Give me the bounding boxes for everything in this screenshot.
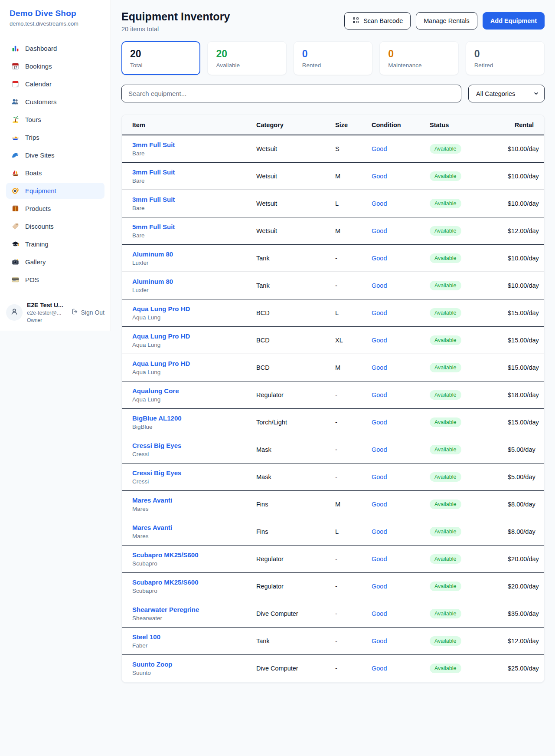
- item-name-link[interactable]: Aluminum 80: [132, 278, 248, 285]
- item-brand: Aqua Lung: [132, 314, 248, 321]
- sidebar-item-trips[interactable]: Trips: [6, 129, 104, 145]
- item-name-link[interactable]: Scubapro MK25/S600: [132, 551, 248, 559]
- sidebar-item-label: Calendar: [25, 80, 52, 88]
- item-condition: Good: [367, 190, 425, 217]
- item-category: Fins: [252, 518, 331, 546]
- item-name-link[interactable]: Cressi Big Eyes: [132, 469, 248, 477]
- sidebar-item-dashboard[interactable]: Dashboard: [6, 40, 104, 56]
- status-badge: Available: [430, 308, 461, 318]
- item-name-link[interactable]: Mares Avanti: [132, 524, 248, 531]
- search-input[interactable]: [121, 85, 461, 102]
- item-size: -: [331, 409, 367, 436]
- barcode-icon: [352, 16, 359, 25]
- stat-card-available[interactable]: 20 Available: [207, 41, 286, 75]
- item-condition: Good: [367, 546, 425, 573]
- item-name-link[interactable]: Steel 100: [132, 633, 248, 641]
- table-row-3mm-full-suit: 3mm Full Suit Bare Wetsuit M Good Availa…: [122, 163, 544, 190]
- item-rental-rate: $12.00/day: [503, 628, 544, 655]
- status-badge: Available: [430, 226, 461, 236]
- item-brand: Cressi: [132, 478, 248, 485]
- column-header-status: Status: [425, 115, 503, 135]
- sidebar-item-label: Dashboard: [25, 45, 57, 52]
- header-actions: Scan Barcode Manage Rentals Add Equipmen…: [344, 10, 545, 30]
- user-name: E2E Test U...: [27, 301, 63, 309]
- calendar-icon: [11, 80, 20, 88]
- user-meta: E2E Test U... e2e-tester@... Owner: [27, 301, 63, 324]
- item-size: -: [331, 546, 367, 573]
- stat-label: Available: [216, 62, 278, 69]
- user-email: e2e-tester@...: [27, 309, 63, 317]
- item-name-link[interactable]: Mares Avanti: [132, 496, 248, 504]
- item-name-link[interactable]: 5mm Full Suit: [132, 223, 248, 230]
- table-row-steel-100: Steel 100 Faber Tank - Good Available $1…: [122, 628, 544, 655]
- table-row-bigblue-al1200: BigBlue AL1200 BigBlue Torch/Light - Goo…: [122, 409, 544, 436]
- item-size: -: [331, 381, 367, 409]
- sidebar-item-gallery[interactable]: Gallery: [6, 254, 104, 270]
- app-root: Demo Dive Shop demo.test.divestreams.com…: [0, 0, 555, 756]
- item-name-link[interactable]: Shearwater Peregrine: [132, 606, 248, 613]
- stat-value: 20: [216, 48, 278, 59]
- item-condition: Good: [367, 299, 425, 327]
- add-equipment-button[interactable]: Add Equipment: [483, 12, 545, 30]
- status-badge: Available: [430, 636, 461, 646]
- sidebar-item-training[interactable]: Training: [6, 236, 104, 252]
- item-name-link[interactable]: Scubapro MK25/S600: [132, 579, 248, 586]
- item-name-link[interactable]: Aqualung Core: [132, 387, 248, 394]
- sidebar-item-products[interactable]: Products: [6, 201, 104, 217]
- table-row-suunto-zoop: Suunto Zoop Suunto Dive Computer - Good …: [122, 655, 544, 682]
- column-header-size: Size: [331, 115, 367, 135]
- item-size: M: [331, 217, 367, 245]
- sidebar-item-customers[interactable]: Customers: [6, 94, 104, 110]
- sidebar-item-bookings[interactable]: 17 Bookings: [6, 58, 104, 74]
- stat-card-rented[interactable]: 0 Rented: [294, 41, 372, 75]
- item-condition: Good: [367, 600, 425, 628]
- stat-label: Rented: [302, 62, 364, 69]
- category-select[interactable]: All Categories: [468, 85, 545, 102]
- item-condition: Good: [367, 217, 425, 245]
- item-name-link[interactable]: 3mm Full Suit: [132, 168, 248, 176]
- item-name-link[interactable]: 3mm Full Suit: [132, 196, 248, 203]
- item-category: Torch/Light: [252, 409, 331, 436]
- sidebar-item-discounts[interactable]: Discounts: [6, 218, 104, 234]
- sidebar-item-calendar[interactable]: Calendar: [6, 76, 104, 92]
- item-rental-rate: $35.00/day: [503, 600, 544, 628]
- brand-title: Demo Dive Shop: [10, 9, 101, 18]
- scan-barcode-button[interactable]: Scan Barcode: [344, 12, 411, 30]
- item-condition: Good: [367, 655, 425, 682]
- sidebar-item-tours[interactable]: Tours: [6, 112, 104, 128]
- stat-value: 20: [130, 48, 192, 59]
- item-brand: Scubapro: [132, 588, 248, 594]
- sidebar-item-label: POS: [25, 276, 39, 283]
- stat-card-total[interactable]: 20 Total: [121, 41, 200, 75]
- stat-card-retired[interactable]: 0 Retired: [466, 41, 545, 75]
- sidebar-item-equipment[interactable]: Equipment: [6, 183, 104, 199]
- sign-out-button[interactable]: Sign Out: [72, 308, 104, 316]
- item-size: -: [331, 628, 367, 655]
- item-name-link[interactable]: 3mm Full Suit: [132, 141, 248, 148]
- item-name-link[interactable]: Suunto Zoop: [132, 661, 248, 668]
- status-badge: Available: [430, 445, 461, 454]
- item-category: Wetsuit: [252, 163, 331, 190]
- item-name-link[interactable]: Aqua Lung Pro HD: [132, 332, 248, 340]
- status-badge: Available: [430, 527, 461, 536]
- brand-block: Demo Dive Shop demo.test.divestreams.com: [0, 0, 111, 34]
- item-name-link[interactable]: Aqua Lung Pro HD: [132, 360, 248, 367]
- item-name-link[interactable]: BigBlue AL1200: [132, 414, 248, 422]
- svg-text:17: 17: [14, 66, 17, 69]
- sidebar-item-boats[interactable]: Boats: [6, 165, 104, 181]
- table-row-aluminum-80: Aluminum 80 Luxfer Tank - Good Available…: [122, 245, 544, 272]
- item-name-link[interactable]: Aluminum 80: [132, 250, 248, 258]
- stat-card-maintenance[interactable]: 0 Maintenance: [379, 41, 458, 75]
- item-name-link[interactable]: Cressi Big Eyes: [132, 442, 248, 449]
- table-row-cressi-big-eyes: Cressi Big Eyes Cressi Mask - Good Avail…: [122, 436, 544, 463]
- sidebar-item-pos[interactable]: POS: [6, 272, 104, 288]
- user-role: Owner: [27, 317, 63, 324]
- table-row-scubapro-mk25-s600: Scubapro MK25/S600 Scubapro Regulator - …: [122, 573, 544, 600]
- item-name-link[interactable]: Aqua Lung Pro HD: [132, 305, 248, 312]
- item-condition: Good: [367, 327, 425, 354]
- item-rental-rate: $8.00/day: [503, 491, 544, 518]
- sidebar-item-label: Customers: [25, 98, 57, 105]
- item-condition: Good: [367, 354, 425, 381]
- sidebar-item-dive-sites[interactable]: Dive Sites: [6, 147, 104, 163]
- manage-rentals-button[interactable]: Manage Rentals: [416, 12, 477, 30]
